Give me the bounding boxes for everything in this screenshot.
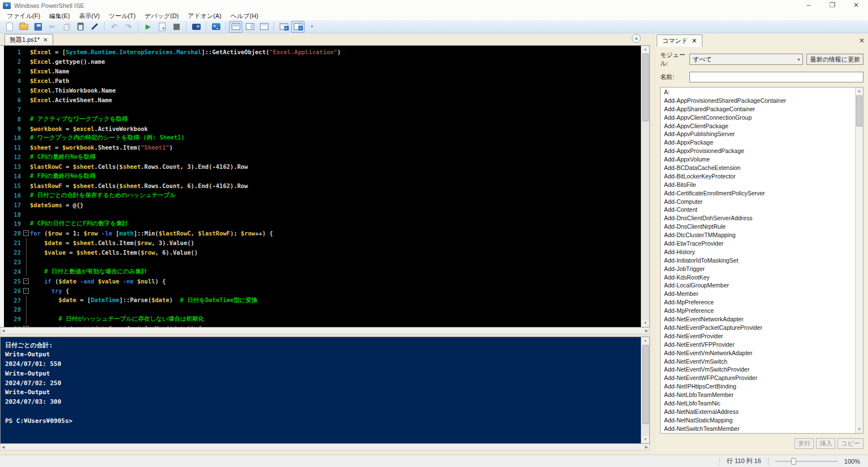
command-list-item[interactable]: Add-NetEventVmSwitchProvider: [664, 366, 855, 374]
menu-item[interactable]: デバッグ(D): [140, 11, 183, 21]
zoom-slider-handle[interactable]: [791, 458, 796, 465]
stop-operation-icon[interactable]: [170, 21, 183, 33]
menu-item[interactable]: ヘルプ(H): [226, 11, 263, 21]
command-list-item[interactable]: Add-History: [664, 248, 855, 257]
command-list-item[interactable]: Add-DnsClientDohServerAddress: [664, 215, 855, 223]
code-line[interactable]: 6$Excel.ActiveSheet.Name: [4, 95, 641, 104]
command-list-item[interactable]: Add-BitsFile: [664, 181, 855, 190]
code-line[interactable]: 27 $date = [DateTime]::Parse($date) # 日付…: [4, 295, 641, 305]
command-list-item[interactable]: Add-Member: [664, 290, 855, 299]
code-line[interactable]: 11$sheet = $workbook.Sheets.Item("Sheet1…: [4, 143, 641, 152]
command-list-item[interactable]: Add-DtcClusterTMMapping: [664, 232, 855, 240]
copy-icon[interactable]: [59, 21, 73, 33]
scroll-up-icon[interactable]: ▲: [641, 337, 649, 344]
undo-icon[interactable]: ↶: [107, 21, 121, 33]
breakpoint-margin[interactable]: [0, 46, 4, 327]
commands-tab-close-icon[interactable]: ✕: [692, 37, 697, 45]
command-list-item[interactable]: Add-AppSharedPackageContainer: [664, 106, 855, 114]
scroll-down-icon[interactable]: ▼: [641, 320, 649, 327]
list-scroll-thumb[interactable]: [856, 95, 862, 126]
console-output[interactable]: 日付ごとの合計:Write-Output2024/07/01: 550Write…: [1, 337, 641, 443]
cut-icon[interactable]: ✂: [45, 21, 59, 33]
command-list-item[interactable]: Add-NetNatStaticMapping: [664, 417, 855, 425]
code-line[interactable]: 20for ($row = 1; $row -le [math]::Min($l…: [4, 229, 641, 238]
console-vertical-scrollbar[interactable]: ▲ ▼: [641, 337, 649, 443]
code-line[interactable]: 1$Excel = [System.Runtime.InteropService…: [4, 47, 641, 57]
command-list-item[interactable]: Add-DnsClientNrptRule: [664, 223, 855, 232]
zoom-slider[interactable]: [775, 457, 837, 465]
command-list-item[interactable]: Add-NetNatExternalAddress: [664, 408, 855, 417]
script-pane-right-icon[interactable]: [243, 21, 257, 33]
command-list-item[interactable]: Add-NetEventWFPCaptureProvider: [664, 374, 855, 383]
editor-horizontal-scrollbar[interactable]: ◀ ▶: [0, 328, 650, 334]
redo-icon[interactable]: ↷: [121, 21, 135, 33]
restore-icon[interactable]: ❐: [821, 0, 844, 11]
insert-command-button[interactable]: 挿入: [816, 438, 835, 449]
collapse-script-pane-icon[interactable]: ▲: [632, 34, 641, 43]
console-pane[interactable]: 日付ごとの合計:Write-Output2024/07/01: 550Write…: [0, 337, 650, 444]
run-script-icon[interactable]: ▶: [141, 21, 155, 33]
script-tab-close-icon[interactable]: ✕: [43, 37, 47, 43]
clear-console-icon[interactable]: [88, 21, 101, 33]
command-list-item[interactable]: Add-AppProvisionedSharedPackageContainer: [664, 97, 855, 106]
commands-tab[interactable]: コマンド ✕: [657, 34, 702, 47]
code-line[interactable]: 5$Excel.ThisWorkbook.Name: [4, 86, 641, 95]
start-powershell-icon[interactable]: >_: [209, 21, 223, 33]
run-command-button[interactable]: 実行: [795, 438, 814, 449]
code-line[interactable]: 26 try {: [4, 286, 641, 295]
close-icon[interactable]: ✕: [844, 0, 868, 11]
scroll-right-icon[interactable]: ▶: [645, 329, 648, 333]
show-command-window-icon[interactable]: [277, 21, 290, 33]
code-line[interactable]: 2$Excel.gettype().name: [4, 57, 641, 67]
open-script-icon[interactable]: [17, 21, 31, 33]
menu-item[interactable]: ファイル(F): [2, 11, 45, 21]
run-selection-icon[interactable]: [155, 21, 169, 33]
menu-item[interactable]: 編集(E): [45, 11, 75, 21]
menu-item[interactable]: ツール(T): [104, 11, 140, 21]
code-line[interactable]: 10# ワークブック内の特定のシートを取得 (例: Sheet1): [4, 133, 641, 143]
code-line[interactable]: 4$Excel.Path: [4, 76, 641, 86]
command-list-item[interactable]: Add-JobTrigger: [664, 265, 855, 274]
command-list-item[interactable]: Add-Computer: [664, 198, 855, 207]
new-script-icon[interactable]: [3, 21, 16, 33]
editor-scroll-thumb[interactable]: [643, 54, 649, 121]
command-list-item[interactable]: Add-NetEventPacketCaptureProvider: [664, 324, 855, 333]
command-list-item[interactable]: Add-AppxPackage: [664, 139, 855, 147]
code-line[interactable]: 19# C列の日付ごとにF列の数字を集計: [4, 219, 641, 229]
command-list-item[interactable]: Add-CertificateEnrollmentPolicyServer: [664, 190, 855, 198]
code-line[interactable]: 17$dateSums = @{}: [4, 200, 641, 210]
paste-icon[interactable]: [73, 21, 87, 33]
command-list-item[interactable]: Add-NetEventVFPProvider: [664, 341, 855, 350]
fold-collapse-icon[interactable]: [22, 229, 30, 238]
script-tab[interactable]: 無題1.ps1* ✕: [5, 34, 53, 45]
scroll-left-icon[interactable]: ◀: [2, 329, 5, 333]
fold-collapse-icon[interactable]: [22, 276, 30, 286]
code-line[interactable]: 22 $value = $sheet.Cells.Item($row, 6).V…: [4, 248, 641, 257]
code-line[interactable]: 16# 日付ごとの合計を保存するためのハッシュテーブル: [4, 190, 641, 200]
command-list-item[interactable]: Add-NetEventNetworkAdapter: [664, 316, 855, 324]
toolbar-overflow-icon[interactable]: ▾: [305, 21, 319, 33]
command-list-item[interactable]: A:: [664, 89, 855, 97]
editor-vertical-scrollbar[interactable]: ▲ ▼: [641, 46, 649, 327]
module-select[interactable]: すべて ▾: [689, 54, 803, 65]
command-list-item[interactable]: Add-AppxVolume: [664, 156, 855, 164]
command-list-item[interactable]: Add-AppvClientConnectionGroup: [664, 114, 855, 123]
fold-collapse-icon[interactable]: [22, 324, 30, 327]
console-horizontal-scrollbar[interactable]: ◀ ▶: [0, 444, 650, 451]
scroll-up-icon[interactable]: ▲: [641, 46, 649, 53]
code-line[interactable]: 28: [4, 305, 641, 315]
command-list-item[interactable]: Add-MpPreference: [664, 307, 855, 316]
command-list-item[interactable]: Add-AppvClientPackage: [664, 123, 855, 131]
scroll-down-icon[interactable]: ▼: [856, 426, 863, 433]
command-list-item[interactable]: Add-EtwTraceProvider: [664, 240, 855, 248]
code-line[interactable]: 23: [4, 257, 641, 267]
code-line[interactable]: 7: [4, 104, 641, 114]
script-editor[interactable]: 1$Excel = [System.Runtime.InteropService…: [0, 45, 650, 328]
command-list-item[interactable]: Add-NetLbfoTeamNic: [664, 400, 855, 408]
code-line[interactable]: 21 $date = $sheet.Cells.Item($row, 3).Va…: [4, 238, 641, 248]
command-list-item[interactable]: Add-NetEventVmNetworkAdapter: [664, 350, 855, 358]
code-line[interactable]: 24 # 日付と数値が有効な場合にのみ集計: [4, 267, 641, 276]
save-icon[interactable]: [31, 21, 45, 33]
command-list-item[interactable]: Add-Content: [664, 206, 855, 215]
command-list-item[interactable]: Add-BitLockerKeyProtector: [664, 173, 855, 181]
